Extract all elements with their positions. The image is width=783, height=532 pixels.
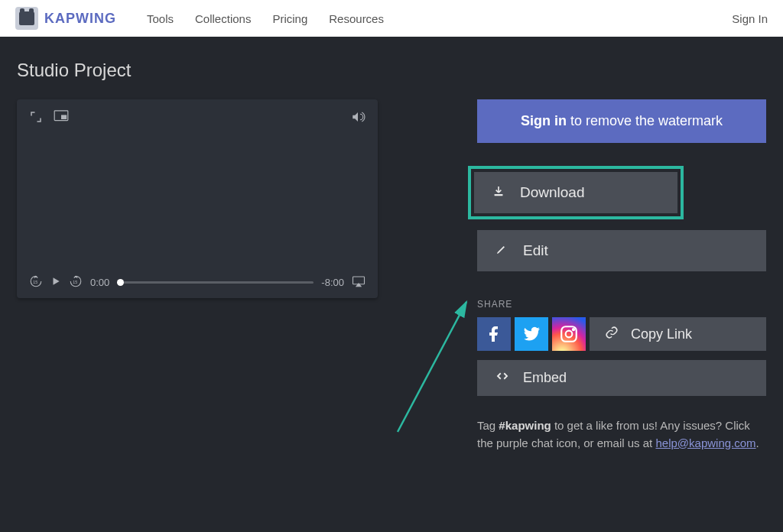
- hashtag: #kapwing: [499, 419, 551, 432]
- play-icon[interactable]: [50, 276, 61, 289]
- fullscreen-icon[interactable]: [29, 110, 43, 127]
- actions-column: Sign in to remove the watermark Download…: [477, 99, 766, 452]
- pencil-icon: [495, 242, 508, 259]
- pip-icon[interactable]: [54, 110, 69, 127]
- current-time: 0:00: [90, 277, 109, 288]
- remaining-time: -8:00: [321, 277, 344, 288]
- link-icon: [605, 326, 619, 343]
- download-button[interactable]: Download: [474, 172, 677, 213]
- embed-button[interactable]: Embed: [477, 360, 766, 396]
- download-icon: [492, 184, 505, 201]
- main-nav: Tools Collections Pricing Resources: [147, 12, 384, 25]
- svg-rect-1: [61, 115, 67, 119]
- facebook-share-button[interactable]: [477, 317, 511, 351]
- svg-point-10: [573, 329, 574, 330]
- svg-text:15: 15: [73, 280, 77, 284]
- sign-in-link[interactable]: Sign In: [732, 12, 768, 25]
- video-player: 15 15 0:00 -8:00: [17, 99, 378, 298]
- svg-line-6: [398, 302, 466, 432]
- airplay-icon[interactable]: [352, 275, 366, 290]
- brand-logo[interactable]: KAPWING: [15, 7, 116, 30]
- signin-banner[interactable]: Sign in to remove the watermark: [477, 99, 766, 143]
- twitter-share-button[interactable]: [515, 317, 548, 351]
- logo-mascot-icon: [15, 7, 38, 30]
- nav-collections[interactable]: Collections: [195, 12, 251, 25]
- video-canvas[interactable]: [17, 138, 378, 267]
- signin-bold-text: Sign in: [521, 113, 567, 128]
- progress-bar[interactable]: [117, 281, 314, 284]
- edit-button[interactable]: Edit: [477, 230, 766, 271]
- embed-label: Embed: [523, 370, 567, 386]
- top-header: KAPWING Tools Collections Pricing Resour…: [0, 0, 783, 37]
- copy-link-button[interactable]: Copy Link: [590, 317, 766, 351]
- video-column: 15 15 0:00 -8:00: [17, 99, 378, 452]
- nav-tools[interactable]: Tools: [147, 12, 174, 25]
- footer-text: Tag #kapwing to get a like from us! Any …: [477, 417, 766, 452]
- download-label: Download: [520, 184, 585, 201]
- rewind-15-icon[interactable]: 15: [29, 274, 43, 290]
- progress-handle[interactable]: [117, 279, 124, 286]
- nav-pricing[interactable]: Pricing: [272, 12, 307, 25]
- svg-rect-7: [495, 194, 503, 195]
- page-title: Studio Project: [0, 37, 783, 81]
- header-left: KAPWING Tools Collections Pricing Resour…: [15, 7, 384, 30]
- signin-rest-text: to remove the watermark: [567, 113, 723, 128]
- svg-text:15: 15: [33, 280, 37, 284]
- annotation-arrow-icon: [390, 287, 482, 440]
- nav-resources[interactable]: Resources: [329, 12, 384, 25]
- svg-point-9: [566, 331, 573, 338]
- forward-15-icon[interactable]: 15: [69, 274, 83, 290]
- share-label: SHARE: [477, 299, 766, 310]
- copy-link-label: Copy Link: [631, 326, 692, 342]
- download-highlight-box: Download: [468, 166, 684, 219]
- help-email-link[interactable]: help@kapwing.com: [655, 436, 755, 449]
- share-row: Copy Link: [477, 317, 766, 351]
- code-icon: [495, 369, 509, 387]
- player-controls: 15 15 0:00 -8:00: [17, 267, 378, 298]
- edit-label: Edit: [523, 242, 548, 259]
- instagram-share-button[interactable]: [552, 317, 586, 351]
- brand-name: KAPWING: [44, 11, 116, 27]
- volume-icon[interactable]: [350, 110, 366, 127]
